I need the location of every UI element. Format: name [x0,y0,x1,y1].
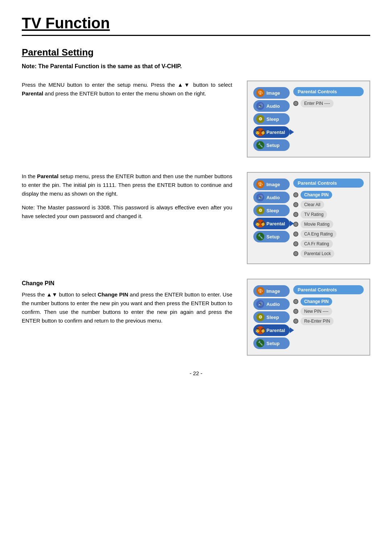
diagram2-tv-rating-label: TV Rating [301,210,327,218]
diagram3-parental-arrow [290,327,294,333]
diagram2-clear-all: Clear All [293,201,364,209]
diagram3-new-pin: New PIN ---- [293,307,364,315]
parental-arrow [290,129,294,135]
diagram2-submenu: Parental Controls Change PIN Clear All T… [293,179,364,258]
radio-dot-1 [293,101,298,106]
diagram1-item-setup: 🔧 Setup [253,139,290,151]
diagram2-audio-icon: 🔊 [256,193,264,201]
diagram2-radio-4 [293,222,298,227]
diagram2-item-parental: 👨‍👩 Parental [253,218,290,229]
diagram3-label-parental: Parental [266,328,285,333]
diagram1-enter-pin-label: Enter PIN ---- [301,99,334,107]
diagram2-label-setup: Setup [266,234,279,239]
diagram2-parental-lock: Parental Lock [293,250,364,258]
diagram1-item-parental: 👨‍👩 Parental [253,126,290,138]
diagram1-label-setup: Setup [266,143,279,148]
content-row-3: Change PIN Press the ▲▼ button to select… [22,279,370,356]
diagram1-label-audio: Audio [266,103,280,109]
diagram3-reenter-pin-label: Re-Enter PIN [301,317,334,325]
diagram2-radio-2 [293,202,298,207]
diagram2-item-sleep: ⚙ Sleep [253,205,290,216]
diagram3-item-parental: 👨‍👩 Parental [253,324,290,336]
diagram2-sleep-icon: ⚙ [256,206,264,214]
diagram2-menu-left: 🎨 Image 🔊 Audio ⚙ Sleep 👨‍👩 Parental 🔧 S… [253,179,290,258]
diagram2-movie-rating: Movie Rating [293,220,364,228]
diagram2-item-setup: 🔧 Setup [253,231,290,242]
diagram3-label-setup: Setup [266,341,279,346]
diagram3-sleep-icon: ⚙ [256,313,264,321]
diagram1-label-parental: Parental [266,130,285,135]
paragraph-2-3: In the Parental setup menu, press the EN… [22,172,232,221]
sleep-icon: ⚙ [256,115,264,123]
diagram3-radio-1 [293,299,298,304]
diagram2-parental-icon: 👨‍👩 [256,220,264,228]
diagram3-radio-3 [293,319,298,324]
diagram1-enter-pin: Enter PIN ---- [293,99,364,107]
diagram-3: 🎨 Image 🔊 Audio ⚙ Sleep 👨‍👩 Parental [247,279,370,356]
diagram2-image-icon: 🎨 [256,180,264,188]
diagram2-parental-arrow [290,221,294,226]
change-pin-section: Change PIN Press the ▲▼ button to select… [22,279,370,356]
diagram3-label-audio: Audio [266,302,280,307]
diagram3-menu-left: 🎨 Image 🔊 Audio ⚙ Sleep 👨‍👩 Parental [253,285,290,349]
diagram1-label-sleep: Sleep [266,116,279,122]
diagram2-submenu-title: Parental Controls [293,179,364,188]
diagram2-label-image: Image [266,182,280,187]
diagram3-parental-icon: 👨‍👩 [256,326,264,334]
diagram3-change-pin: Change PIN [293,298,364,306]
diagram2-radio-1 [293,192,298,197]
diagram1-label-image: Image [266,90,280,96]
diagram3-submenu: Parental Controls Change PIN New PIN ---… [293,285,364,349]
diagram1-item-image: 🎨 Image [253,87,290,99]
diagram2-item-audio: 🔊 Audio [253,192,290,203]
diagram2-radio-7 [293,251,298,256]
diagram2-radio-6 [293,241,298,246]
diagram2-change-pin: Change PIN [293,191,364,199]
diagram2-clear-all-label: Clear All [301,201,324,209]
note-text: Note: The Parental Function is the same … [22,63,370,70]
diagram3-radio-2 [293,309,298,314]
diagram3-reenter-pin: Re-Enter PIN [293,317,364,325]
diagram2-parental-lock-label: Parental Lock [301,250,334,258]
diagram3-label-sleep: Sleep [266,315,279,320]
diagram3-new-pin-label: New PIN ---- [301,307,332,315]
diagram3-change-pin-label: Change PIN [301,298,332,306]
diagram3-item-sleep: ⚙ Sleep [253,311,290,323]
content-row-2: In the Parental setup menu, press the EN… [22,172,370,264]
parental-icon: 👨‍👩 [256,128,264,136]
diagram1-menu-left: 🎨 Image 🔊 Audio ⚙ Sleep 👨‍👩 Parental 🔧 S… [253,87,290,151]
diagram2-label-parental: Parental [266,221,285,226]
diagram2-movie-rating-label: Movie Rating [301,220,333,228]
diagram-1: 🎨 Image 🔊 Audio ⚙ Sleep 👨‍👩 Parental 🔧 S… [247,81,370,157]
page-number: - 22 - [22,370,370,376]
diagram3-item-setup: 🔧 Setup [253,337,290,349]
diagram2-label-audio: Audio [266,195,280,200]
diagram1-submenu: Parental Controls Enter PIN ---- [293,87,364,151]
change-pin-heading: Change PIN [22,279,232,288]
diagram3-item-audio: 🔊 Audio [253,298,290,310]
diagram3-item-image: 🎨 Image [253,285,290,297]
diagram2-change-pin-label: Change PIN [301,191,332,199]
diagram2-radio-5 [293,232,298,237]
diagram2-item-image: 🎨 Image [253,179,290,190]
setup-icon: 🔧 [256,141,264,149]
content-row-1: Press the MENU button to enter the setup… [22,81,370,157]
paragraph-1: Press the MENU button to enter the setup… [22,81,232,98]
diagram3-label-image: Image [266,288,280,294]
diagram2-ca-fr-rating: CA Fr Rating [293,240,364,248]
diagram2-tv-rating: TV Rating [293,210,364,218]
diagram1-submenu-title: Parental Controls [293,87,364,96]
diagram1-item-audio: 🔊 Audio [253,100,290,112]
diagram2-radio-3 [293,212,298,217]
diagram2-label-sleep: Sleep [266,208,279,213]
diagram3-setup-icon: 🔧 [256,339,264,347]
page-title: TV Function [22,15,370,36]
change-pin-text-block: Change PIN Press the ▲▼ button to select… [22,279,232,325]
section-heading: Parental Setting [22,47,370,58]
diagram2-ca-fr-rating-label: CA Fr Rating [301,240,333,248]
diagram-2: 🎨 Image 🔊 Audio ⚙ Sleep 👨‍👩 Parental 🔧 S… [247,172,370,264]
diagram3-image-icon: 🎨 [256,287,264,295]
diagram2-setup-icon: 🔧 [256,233,264,241]
diagram3-audio-icon: 🔊 [256,300,264,308]
audio-icon: 🔊 [256,102,264,110]
